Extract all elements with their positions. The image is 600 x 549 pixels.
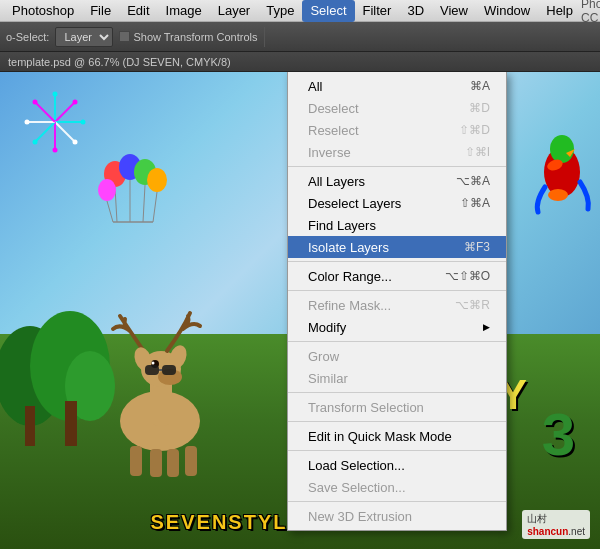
watermark: 山村shancun.net bbox=[522, 510, 590, 539]
svg-rect-57 bbox=[162, 365, 176, 375]
menu-item-deselect-shortcut: ⌘D bbox=[469, 101, 490, 115]
menu-item-all-shortcut: ⌘A bbox=[470, 79, 490, 93]
select-menu-dropdown: All ⌘A Deselect ⌘D Reselect ⇧⌘D Inverse … bbox=[287, 72, 507, 531]
menubar-layer[interactable]: Layer bbox=[210, 0, 259, 22]
menu-item-deselect-label: Deselect bbox=[308, 101, 359, 116]
menubar-image[interactable]: Image bbox=[158, 0, 210, 22]
separator-2 bbox=[288, 261, 506, 262]
transform-controls-checkbox[interactable] bbox=[119, 31, 130, 42]
menu-item-deselect-layers-shortcut: ⇧⌘A bbox=[460, 196, 490, 210]
svg-rect-54 bbox=[167, 449, 179, 477]
svg-rect-43 bbox=[65, 401, 77, 446]
menu-item-transform-selection[interactable]: Transform Selection bbox=[288, 396, 506, 418]
svg-point-27 bbox=[147, 168, 167, 192]
svg-point-29 bbox=[98, 179, 116, 201]
menu-item-new-3d-extrusion-label: New 3D Extrusion bbox=[308, 509, 412, 524]
svg-rect-56 bbox=[145, 365, 159, 375]
menu-item-transform-selection-label: Transform Selection bbox=[308, 400, 424, 415]
menubar-type[interactable]: Type bbox=[258, 0, 302, 22]
toolbar-divider-1 bbox=[264, 27, 265, 47]
menubar-window[interactable]: Window bbox=[476, 0, 538, 22]
svg-point-15 bbox=[33, 100, 38, 105]
menubar-photoshop[interactable]: Photoshop bbox=[4, 0, 82, 22]
menu-item-color-range-shortcut: ⌥⇧⌘O bbox=[445, 269, 490, 283]
toolbar: o-Select: Layer Show Transform Controls bbox=[0, 22, 600, 52]
separator-4 bbox=[288, 341, 506, 342]
sign-number: 3 bbox=[542, 400, 575, 469]
separator-8 bbox=[288, 501, 506, 502]
menubar-view[interactable]: View bbox=[432, 0, 476, 22]
menu-item-isolate-layers-label: Isolate Layers bbox=[308, 240, 389, 255]
menubar-select[interactable]: Select bbox=[302, 0, 354, 22]
menubar-3d[interactable]: 3D bbox=[399, 0, 432, 22]
menu-item-inverse-label: Inverse bbox=[308, 145, 351, 160]
svg-line-3 bbox=[55, 122, 75, 142]
svg-rect-55 bbox=[185, 446, 197, 476]
menu-item-all-layers-label: All Layers bbox=[308, 174, 365, 189]
svg-rect-52 bbox=[130, 446, 142, 476]
svg-rect-42 bbox=[25, 406, 35, 446]
menu-item-all[interactable]: All ⌘A bbox=[288, 75, 506, 97]
svg-line-28 bbox=[153, 192, 157, 222]
menu-item-similar-label: Similar bbox=[308, 371, 348, 386]
svg-line-30 bbox=[107, 201, 113, 222]
svg-point-8 bbox=[53, 92, 58, 97]
document-tab[interactable]: template.psd @ 66.7% (DJ SEVEN, CMYK/8) bbox=[0, 52, 600, 72]
svg-point-38 bbox=[548, 189, 568, 201]
menubar-filter[interactable]: Filter bbox=[355, 0, 400, 22]
menu-item-all-layers-shortcut: ⌥⌘A bbox=[456, 174, 490, 188]
menubar: Photoshop File Edit Image Layer Type Sel… bbox=[0, 0, 600, 22]
menu-item-similar[interactable]: Similar bbox=[288, 367, 506, 389]
menubar-edit[interactable]: Edit bbox=[119, 0, 157, 22]
svg-line-1 bbox=[55, 102, 75, 122]
menu-item-isolate-layers[interactable]: Isolate Layers ⌘F3 bbox=[288, 236, 506, 258]
svg-point-13 bbox=[33, 140, 38, 145]
svg-point-49 bbox=[152, 362, 155, 365]
menu-item-refine-mask-shortcut: ⌥⌘R bbox=[455, 298, 490, 312]
toolbar-label: o-Select: bbox=[6, 31, 49, 43]
menu-item-all-layers[interactable]: All Layers ⌥⌘A bbox=[288, 170, 506, 192]
svg-line-26 bbox=[143, 185, 145, 222]
menu-item-reselect-shortcut: ⇧⌘D bbox=[459, 123, 490, 137]
menu-item-reselect[interactable]: Reselect ⇧⌘D bbox=[288, 119, 506, 141]
app-label: Photoshop CC bbox=[581, 0, 600, 25]
separator-6 bbox=[288, 421, 506, 422]
menu-item-deselect-layers-label: Deselect Layers bbox=[308, 196, 401, 211]
menu-item-isolate-layers-shortcut: ⌘F3 bbox=[464, 240, 490, 254]
svg-point-12 bbox=[53, 148, 58, 153]
menu-item-inverse-shortcut: ⇧⌘I bbox=[465, 145, 490, 159]
menu-item-edit-quick-mask[interactable]: Edit in Quick Mask Mode bbox=[288, 425, 506, 447]
menu-item-find-layers[interactable]: Find Layers bbox=[288, 214, 506, 236]
menu-item-refine-mask-label: Refine Mask... bbox=[308, 298, 391, 313]
menubar-help[interactable]: Help bbox=[538, 0, 581, 22]
menu-item-inverse[interactable]: Inverse ⇧⌘I bbox=[288, 141, 506, 163]
menu-item-grow[interactable]: Grow bbox=[288, 345, 506, 367]
toolbar-select[interactable]: Layer bbox=[55, 27, 113, 47]
fireworks-left bbox=[20, 87, 90, 170]
parrot bbox=[530, 127, 595, 220]
menu-item-edit-quick-mask-label: Edit in Quick Mask Mode bbox=[308, 429, 452, 444]
balloons-cluster bbox=[95, 152, 175, 245]
menubar-file[interactable]: File bbox=[82, 0, 119, 22]
svg-rect-53 bbox=[150, 449, 162, 477]
separator-3 bbox=[288, 290, 506, 291]
menu-item-load-selection[interactable]: Load Selection... bbox=[288, 454, 506, 476]
menu-item-modify[interactable]: Modify bbox=[288, 316, 506, 338]
menu-item-color-range-label: Color Range... bbox=[308, 269, 392, 284]
svg-line-7 bbox=[35, 102, 55, 122]
menu-item-new-3d-extrusion[interactable]: New 3D Extrusion bbox=[288, 505, 506, 527]
menu-item-modify-label: Modify bbox=[308, 320, 346, 335]
menu-item-refine-mask[interactable]: Refine Mask... ⌥⌘R bbox=[288, 294, 506, 316]
transform-controls-label: Show Transform Controls bbox=[133, 31, 257, 43]
separator-1 bbox=[288, 166, 506, 167]
watermark-text: 山村shancun.net bbox=[527, 513, 585, 537]
menu-item-color-range[interactable]: Color Range... ⌥⇧⌘O bbox=[288, 265, 506, 287]
menu-item-deselect-layers[interactable]: Deselect Layers ⇧⌘A bbox=[288, 192, 506, 214]
svg-line-5 bbox=[35, 122, 55, 142]
menu-item-deselect[interactable]: Deselect ⌘D bbox=[288, 97, 506, 119]
menu-item-grow-label: Grow bbox=[308, 349, 339, 364]
separator-7 bbox=[288, 450, 506, 451]
menu-item-load-selection-label: Load Selection... bbox=[308, 458, 405, 473]
svg-point-33 bbox=[550, 135, 574, 163]
menu-item-save-selection[interactable]: Save Selection... bbox=[288, 476, 506, 498]
